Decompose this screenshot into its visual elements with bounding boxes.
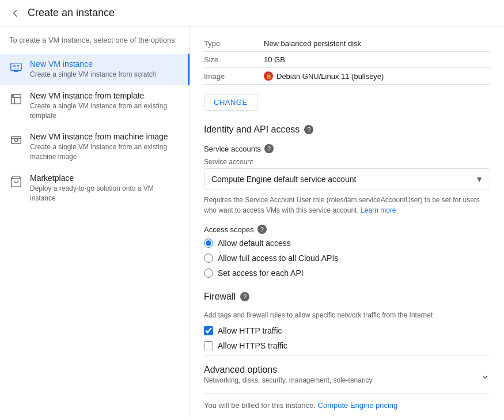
checkbox-https-label: Allow HTTPS traffic: [218, 341, 287, 350]
image-value: 🔒 Debian GNU/Linux 11 (bullseye): [250, 68, 490, 85]
sidebar-item-vm-machine-image-content: New VM instance from machine image Creat…: [30, 132, 180, 162]
radio-default-access[interactable]: [204, 239, 213, 248]
access-scopes-radio-group: Allow default access Allow full access t…: [204, 239, 490, 278]
checkbox-https[interactable]: [204, 341, 213, 350]
svg-point-11: [13, 95, 14, 96]
service-account-select[interactable]: Compute Engine default service account: [204, 168, 490, 190]
pricing-link[interactable]: Compute Engine pricing: [318, 401, 398, 410]
advanced-options-title-block: Advanced options Networking, disks, secu…: [204, 365, 373, 384]
service-account-helper: Requires the Service Account User role (…: [204, 195, 490, 215]
size-value: 10 GB: [250, 52, 490, 68]
identity-section-header: Identity and API access ?: [204, 124, 490, 135]
service-accounts-help-icon[interactable]: ?: [264, 144, 274, 153]
vm-icon: [9, 60, 23, 74]
radio-item-full[interactable]: Allow full access to all Cloud APIs: [204, 253, 490, 263]
access-scopes-help-icon[interactable]: ?: [257, 225, 267, 234]
sidebar-item-marketplace-subtitle: Deploy a ready-to-go solution onto a VM …: [30, 184, 180, 203]
radio-full-access[interactable]: [204, 253, 213, 263]
service-account-select-container: Compute Engine default service account ▼: [204, 168, 490, 190]
service-accounts-label: Service accounts ?: [204, 144, 490, 153]
service-account-sublabel: Service account: [204, 158, 490, 166]
content-area: Type New balanced persistent disk Size 1…: [190, 27, 504, 418]
advanced-options-subtitle: Networking, disks, security, management,…: [204, 376, 373, 384]
checkbox-item-http[interactable]: Allow HTTP traffic: [204, 326, 490, 335]
sidebar-item-marketplace-content: Marketplace Deploy a ready-to-go solutio…: [30, 173, 180, 203]
debian-icon: 🔒: [264, 71, 273, 81]
svg-rect-12: [12, 137, 21, 144]
svg-point-6: [13, 69, 14, 70]
checkbox-item-https[interactable]: Allow HTTPS traffic: [204, 341, 490, 350]
change-button[interactable]: CHANGE: [204, 94, 257, 111]
billing-text: You will be billed for this instance. Co…: [204, 393, 490, 410]
learn-more-link[interactable]: Learn more: [361, 206, 396, 214]
table-row-type: Type New balanced persistent disk: [204, 36, 490, 52]
sidebar-intro: To create a VM instance, select one of t…: [0, 36, 190, 54]
checkbox-http[interactable]: [204, 326, 213, 335]
sidebar-item-new-vm-content: New VM instance Create a single VM insta…: [30, 59, 156, 80]
firewall-helper-text: Add tags and firewall rules to allow spe…: [204, 311, 490, 319]
sidebar-item-new-vm-title: New VM instance: [30, 59, 156, 69]
machine-image-icon: [9, 133, 23, 147]
checkbox-http-label: Allow HTTP traffic: [218, 326, 282, 335]
back-button[interactable]: [9, 7, 21, 19]
size-label: Size: [204, 52, 250, 68]
radio-full-access-label: Allow full access to all Cloud APIs: [218, 253, 338, 263]
advanced-options-header[interactable]: Advanced options Networking, disks, secu…: [204, 365, 490, 384]
sidebar-item-vm-machine-image-subtitle: Create a single VM instance from an exis…: [30, 142, 180, 162]
page-header: Create an instance: [0, 0, 504, 27]
sidebar-item-new-vm-subtitle: Create a single VM instance from scratch: [30, 70, 156, 80]
main-layout: To create a VM instance, select one of t…: [0, 27, 504, 418]
sidebar-item-new-vm[interactable]: New VM instance Create a single VM insta…: [0, 54, 190, 85]
firewall-help-icon[interactable]: ?: [240, 292, 249, 301]
access-scopes-label: Access scopes ?: [204, 225, 490, 234]
sidebar: To create a VM instance, select one of t…: [0, 27, 190, 418]
firewall-checkbox-group: Allow HTTP traffic Allow HTTPS traffic: [204, 326, 490, 350]
sidebar-item-vm-template[interactable]: New VM instance from template Create a s…: [0, 85, 190, 127]
radio-default-access-label: Allow default access: [218, 239, 291, 248]
advanced-options-section: Advanced options Networking, disks, secu…: [204, 355, 490, 384]
type-value: New balanced persistent disk: [250, 36, 490, 52]
radio-item-per-api[interactable]: Set access for each API: [204, 268, 490, 278]
svg-point-13: [14, 139, 18, 142]
sidebar-item-vm-template-subtitle: Create a single VM instance from an exis…: [30, 101, 180, 121]
advanced-options-title: Advanced options: [204, 365, 373, 375]
sidebar-item-vm-template-title: New VM instance from template: [30, 91, 180, 100]
radio-per-api-access-label: Set access for each API: [218, 268, 304, 278]
radio-item-default[interactable]: Allow default access: [204, 239, 490, 248]
sidebar-item-marketplace[interactable]: Marketplace Deploy a ready-to-go solutio…: [0, 168, 190, 209]
access-scopes-section: Access scopes ? Allow default access All…: [204, 225, 490, 278]
firewall-section-header: Firewall ?: [204, 292, 490, 302]
chevron-down-icon: ⌄: [480, 368, 490, 381]
type-label: Type: [204, 36, 250, 52]
sidebar-item-vm-template-content: New VM instance from template Create a s…: [30, 91, 180, 121]
template-icon: [9, 92, 23, 106]
table-row-size: Size 10 GB: [204, 52, 490, 68]
sidebar-item-marketplace-title: Marketplace: [30, 173, 180, 183]
disk-info-table: Type New balanced persistent disk Size 1…: [204, 36, 490, 85]
firewall-section-title: Firewall: [204, 292, 236, 302]
svg-rect-0: [11, 63, 21, 71]
identity-help-icon[interactable]: ?: [304, 125, 313, 134]
identity-section-title: Identity and API access: [204, 124, 300, 135]
sidebar-item-vm-machine-image-title: New VM instance from machine image: [30, 132, 180, 141]
table-row-image: Image 🔒 Debian GNU/Linux 11 (bullseye): [204, 68, 490, 85]
svg-rect-3: [13, 65, 16, 67]
image-label: Image: [204, 68, 250, 85]
radio-per-api-access[interactable]: [204, 268, 213, 278]
sidebar-item-vm-machine-image[interactable]: New VM instance from machine image Creat…: [0, 126, 190, 168]
marketplace-icon: [9, 175, 23, 188]
page-title: Create an instance: [28, 7, 115, 19]
